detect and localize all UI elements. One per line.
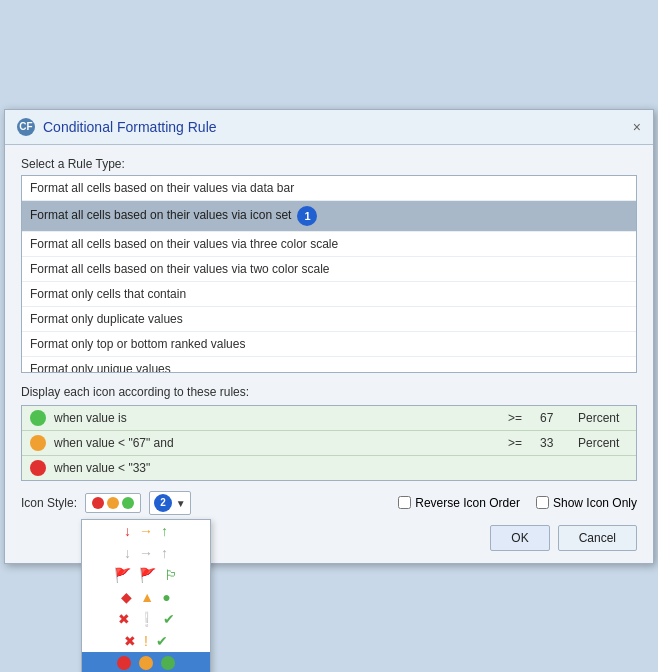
reverse-icon-checkbox-item: Reverse Icon Order <box>398 496 520 510</box>
popup-icon: ↑ <box>161 546 168 560</box>
display-section-label: Display each icon according to these rul… <box>21 385 637 399</box>
popup-icon: 🏳 <box>164 568 178 582</box>
row-icon-red <box>30 460 46 476</box>
row-val-1: 33 <box>540 436 570 450</box>
ok-button[interactable]: OK <box>490 525 549 551</box>
icon-style-scroll[interactable]: ↓→↑↓→↑🚩🚩🏳◆▲●✖❕✔✖!✔ <box>82 520 210 673</box>
rule-item-top-bottom[interactable]: Format only top or bottom ranked values <box>22 332 636 357</box>
row-val-0: 67 <box>540 411 570 425</box>
dialog-body: Select a Rule Type: Format all cells bas… <box>5 145 653 563</box>
row-unit-1: Percent <box>578 436 628 450</box>
popup-row-0[interactable]: ↓→↑ <box>82 520 210 542</box>
rules-row-2: when value < "33" <box>22 456 636 480</box>
chevron-down-icon: ▼ <box>176 497 186 508</box>
popup-row-6[interactable] <box>82 652 210 673</box>
show-icon-only-checkbox[interactable] <box>536 496 549 509</box>
popup-row-4[interactable]: ✖❕✔ <box>82 608 210 630</box>
popup-icon: ↓ <box>124 546 131 560</box>
row-icon-green <box>30 410 46 426</box>
rule-item-unique[interactable]: Format only unique values <box>22 357 636 373</box>
show-icon-only-checkbox-item: Show Icon Only <box>536 496 637 510</box>
popup-icon: ✖ <box>118 612 130 626</box>
popup-icon: 🚩 <box>114 568 131 582</box>
popup-circle <box>139 656 153 670</box>
title-bar: CF Conditional Formatting Rule × <box>5 110 653 145</box>
popup-icon: ❕ <box>138 612 155 626</box>
rule-item-icon-set[interactable]: Format all cells based on their values v… <box>22 201 636 232</box>
row-desc-2: when value < "33" <box>54 461 628 475</box>
popup-icon: ✖ <box>124 634 136 648</box>
reverse-icon-checkbox[interactable] <box>398 496 411 509</box>
popup-row-3[interactable]: ◆▲● <box>82 586 210 608</box>
rule-item-three-color[interactable]: Format all cells based on their values v… <box>22 232 636 257</box>
popup-icon: ● <box>162 590 170 604</box>
popup-icon: ↑ <box>161 524 168 538</box>
conditional-formatting-dialog: CF Conditional Formatting Rule × Select … <box>4 109 654 564</box>
popup-icon: ✔ <box>163 612 175 626</box>
dialog-title: Conditional Formatting Rule <box>43 119 217 135</box>
title-bar-left: CF Conditional Formatting Rule <box>17 118 217 136</box>
row-op-0: >= <box>508 411 532 425</box>
popup-icon: ↓ <box>124 524 131 538</box>
rules-row-0: when value is>=67Percent <box>22 406 636 431</box>
icon-style-label: Icon Style: <box>21 496 77 510</box>
icon-style-preview <box>85 493 141 513</box>
close-button[interactable]: × <box>633 120 641 134</box>
rule-item-data-bar[interactable]: Format all cells based on their values v… <box>22 176 636 201</box>
popup-row-1[interactable]: ↓→↑ <box>82 542 210 564</box>
icon-style-badge: 2 <box>154 494 172 512</box>
popup-circle <box>117 656 131 670</box>
cancel-button[interactable]: Cancel <box>558 525 637 551</box>
popup-row-2[interactable]: 🚩🚩🏳 <box>82 564 210 586</box>
preview-green <box>122 497 134 509</box>
rule-item-two-color[interactable]: Format all cells based on their values v… <box>22 257 636 282</box>
row-unit-0: Percent <box>578 411 628 425</box>
popup-icon: ▲ <box>140 590 154 604</box>
row-icon-orange <box>30 435 46 451</box>
reverse-icon-label: Reverse Icon Order <box>415 496 520 510</box>
rules-row-1: when value < "67" and>=33Percent <box>22 431 636 456</box>
popup-icon: ! <box>144 634 148 648</box>
popup-circle <box>161 656 175 670</box>
icon-rules-table: when value is>=67Percentwhen value < "67… <box>21 405 637 481</box>
popup-row-5[interactable]: ✖!✔ <box>82 630 210 652</box>
show-icon-only-label: Show Icon Only <box>553 496 637 510</box>
checkbox-group: Reverse Icon Order Show Icon Only <box>199 496 637 510</box>
row-desc-0: when value is <box>54 411 500 425</box>
popup-icon: ✔ <box>156 634 168 648</box>
popup-icon: → <box>139 524 153 538</box>
preview-orange <box>107 497 119 509</box>
popup-icon: ◆ <box>121 590 132 604</box>
rule-item-contain[interactable]: Format only cells that contain <box>22 282 636 307</box>
row-op-1: >= <box>508 436 532 450</box>
row-desc-1: when value < "67" and <box>54 436 500 450</box>
rule-item-duplicate[interactable]: Format only duplicate values <box>22 307 636 332</box>
icon-style-dropdown-popup: ↓→↑↓→↑🚩🚩🏳◆▲●✖❕✔✖!✔ <box>81 519 211 673</box>
icon-style-row: Icon Style: 2 ▼ ↓→↑↓→↑🚩🚩🏳◆▲●✖❕✔✖!✔ Rev <box>21 491 637 515</box>
rule-type-list[interactable]: Format all cells based on their values v… <box>21 175 637 373</box>
dialog-icon: CF <box>17 118 35 136</box>
rule-type-label: Select a Rule Type: <box>21 157 637 171</box>
popup-icon: 🚩 <box>139 568 156 582</box>
preview-red <box>92 497 104 509</box>
popup-icon: → <box>139 546 153 560</box>
icon-style-dropdown-button[interactable]: 2 ▼ <box>149 491 191 515</box>
